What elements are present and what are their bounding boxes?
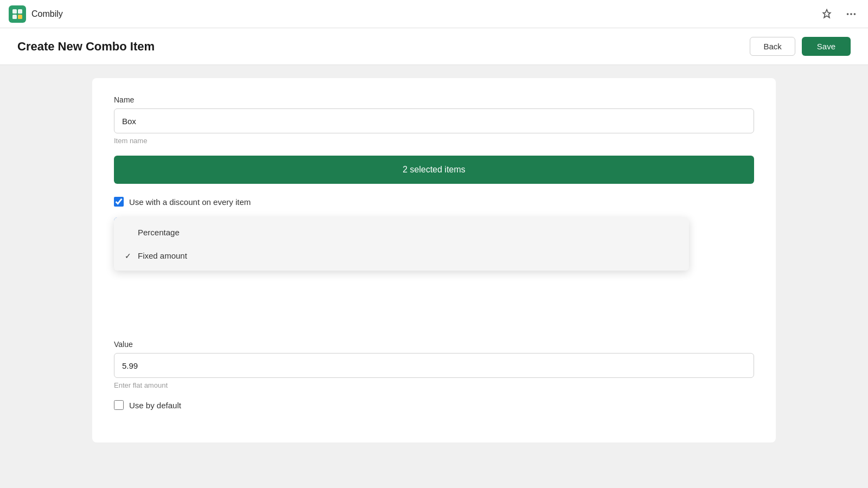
name-hint: Item name: [114, 137, 754, 145]
app-logo: [9, 5, 26, 23]
fixed-option-label: Fixed amount: [138, 251, 187, 260]
dropdown-item-fixed[interactable]: Fixed amount: [114, 244, 689, 267]
svg-rect-0: [12, 9, 17, 14]
svg-rect-2: [12, 15, 17, 19]
use-by-default-checkbox[interactable]: [114, 400, 124, 410]
topbar: Combily: [0, 0, 868, 28]
value-input[interactable]: [114, 353, 754, 378]
app-title: Combily: [31, 9, 63, 19]
form-card: Name Item name 2 selected items Use with…: [92, 78, 776, 442]
svg-point-6: [854, 13, 856, 15]
value-label: Value: [114, 340, 754, 349]
value-section: Value Enter flat amount Use by default: [114, 340, 754, 410]
value-field-group: Value Enter flat amount: [114, 340, 754, 389]
discount-checkbox-row: Use with a discount on every item: [114, 197, 754, 207]
header-actions: Back Save: [750, 37, 851, 56]
discount-checkbox-label[interactable]: Use with a discount on every item: [129, 197, 251, 207]
topbar-left: Combily: [9, 5, 63, 23]
name-label: Name: [114, 95, 754, 104]
more-button[interactable]: [843, 6, 859, 22]
topbar-right: [819, 6, 859, 22]
discount-type-dropdown[interactable]: Percentage Fixed amount: [114, 217, 689, 271]
svg-rect-1: [18, 9, 22, 14]
name-field-group: Name Item name: [114, 95, 754, 145]
value-hint: Enter flat amount: [114, 381, 754, 389]
name-input[interactable]: [114, 108, 754, 133]
svg-rect-3: [18, 15, 22, 19]
svg-point-4: [847, 13, 849, 15]
pin-button[interactable]: [819, 7, 834, 22]
svg-point-5: [850, 13, 852, 15]
percentage-option-label: Percentage: [138, 228, 180, 237]
discount-checkbox[interactable]: [114, 197, 124, 207]
discount-type-section: Percentage Fixed amount Percentage Fixed…: [114, 217, 754, 242]
selected-items-button[interactable]: 2 selected items: [114, 156, 754, 184]
dropdown-item-percentage[interactable]: Percentage: [114, 221, 689, 244]
page-header: Create New Combo Item Back Save: [0, 28, 868, 65]
back-button[interactable]: Back: [750, 37, 795, 56]
save-button[interactable]: Save: [802, 37, 851, 56]
page-title: Create New Combo Item: [17, 40, 155, 54]
main-content: Name Item name 2 selected items Use with…: [0, 65, 868, 488]
use-by-default-label[interactable]: Use by default: [129, 401, 181, 410]
use-by-default-row: Use by default: [114, 400, 754, 410]
